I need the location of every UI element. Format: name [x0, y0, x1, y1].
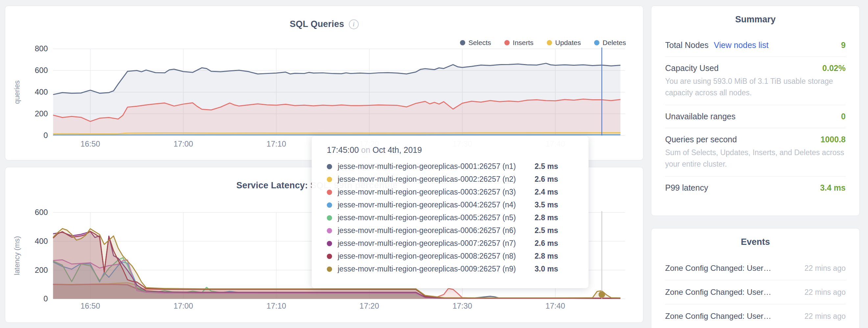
- summary-row-queries-per-second: Queries per second 1000.8 Sum of Selects…: [665, 128, 846, 176]
- tooltip-row-n4: jesse-movr-multi-region-georeplicas-0004…: [327, 198, 574, 211]
- legend-label: Inserts: [513, 39, 534, 47]
- queries-per-second-subtext: Sum of Selects, Updates, Inserts, and De…: [665, 147, 846, 170]
- event-label: Zone Config Changed: User…: [665, 288, 771, 297]
- node-color-dot-icon: [327, 254, 332, 259]
- legend-dot-icon: [504, 40, 509, 45]
- tooltip-row-n8: jesse-movr-multi-region-georeplicas-0008…: [327, 250, 574, 263]
- node-name: jesse-movr-multi-region-georeplicas-0009…: [338, 265, 516, 273]
- tooltip-row-n7: jesse-movr-multi-region-georeplicas-0007…: [327, 237, 574, 250]
- legend-label: Selects: [468, 39, 491, 47]
- capacity-used-subtext: You are using 593.0 MiB of 3.1 TiB usabl…: [665, 75, 846, 98]
- tooltip-node-list: jesse-movr-multi-region-georeplicas-0001…: [327, 160, 574, 275]
- event-time: 22 mins ago: [805, 264, 846, 273]
- event-time: 22 mins ago: [805, 288, 846, 297]
- legend-item-updates[interactable]: Updates: [547, 39, 581, 47]
- sql-queries-chart-title: SQL Queries: [290, 19, 344, 29]
- node-color-dot-icon: [327, 228, 332, 233]
- tooltip-time: 17:45:00: [327, 145, 359, 155]
- event-row[interactable]: Zone Config Changed: User…22 mins ago: [665, 280, 846, 304]
- legend-item-selects[interactable]: Selects: [460, 39, 491, 47]
- tooltip-row-n9: jesse-movr-multi-region-georeplicas-0009…: [327, 263, 574, 275]
- legend-dot-icon: [547, 40, 552, 45]
- node-latency-value: 2.8 ms: [535, 252, 574, 261]
- tooltip-row-n6: jesse-movr-multi-region-georeplicas-0006…: [327, 224, 574, 237]
- summary-heading: Summary: [665, 14, 846, 25]
- node-name: jesse-movr-multi-region-georeplicas-0007…: [338, 239, 516, 248]
- node-latency-value: 2.5 ms: [535, 162, 574, 171]
- y-axis-tick-label: 0: [43, 294, 48, 303]
- y-axis-tick-label: 0: [43, 131, 48, 140]
- node-latency-value: 2.6 ms: [535, 239, 574, 248]
- x-axis-tick-label: 17:00: [174, 139, 193, 148]
- legend-label: Updates: [555, 39, 581, 47]
- tooltip-row-n3: jesse-movr-multi-region-georeplicas-0003…: [327, 186, 574, 198]
- unavailable-ranges-label: Unavailable ranges: [665, 112, 736, 121]
- event-row[interactable]: Zone Config Changed: User…22 mins ago: [665, 304, 846, 328]
- x-axis-tick-label: 17:30: [453, 301, 472, 310]
- node-color-dot-icon: [327, 177, 332, 182]
- y-axis-tick-label: 600: [35, 66, 48, 75]
- info-icon[interactable]: i: [349, 20, 359, 29]
- node-color-dot-icon: [327, 215, 332, 221]
- tooltip-on-text: on: [361, 145, 370, 155]
- chart-hover-tooltip: 17:45:00 on Oct 4th, 2019 jesse-movr-mul…: [312, 136, 589, 288]
- event-row[interactable]: Zone Config Changed: User…22 mins ago: [665, 256, 846, 280]
- node-color-dot-icon: [327, 164, 332, 169]
- event-label: Zone Config Changed: User…: [665, 311, 771, 321]
- events-panel: Events Zone Config Changed: User…22 mins…: [651, 228, 860, 328]
- legend-item-inserts[interactable]: Inserts: [504, 39, 534, 47]
- node-color-dot-icon: [327, 266, 332, 272]
- node-color-dot-icon: [327, 241, 332, 246]
- series-line-deletes: [53, 135, 620, 135]
- unavailable-ranges-value: 0: [841, 112, 846, 121]
- summary-row-unavailable-ranges: Unavailable ranges 0: [665, 105, 846, 128]
- node-name: jesse-movr-multi-region-georeplicas-0006…: [338, 226, 516, 235]
- y-axis-tick-label: 600: [35, 208, 48, 217]
- tooltip-row-n5: jesse-movr-multi-region-georeplicas-0005…: [327, 211, 574, 224]
- node-name: jesse-movr-multi-region-georeplicas-0005…: [338, 213, 516, 222]
- node-name: jesse-movr-multi-region-georeplicas-0002…: [338, 175, 516, 184]
- cluster-dashboard: { "colors":{ "accent_green":"#70A533", "…: [0, 0, 868, 328]
- tooltip-row-n1: jesse-movr-multi-region-georeplicas-0001…: [327, 160, 574, 173]
- y-axis-tick-label: 400: [35, 88, 48, 96]
- tooltip-timestamp: 17:45:00 on Oct 4th, 2019: [327, 145, 574, 155]
- y-axis-tick-label: 800: [35, 44, 48, 53]
- x-axis-tick-label: 17:40: [546, 301, 565, 310]
- node-latency-value: 3.5 ms: [535, 200, 574, 209]
- node-name: jesse-movr-multi-region-georeplicas-0004…: [338, 200, 516, 209]
- node-name: jesse-movr-multi-region-georeplicas-0001…: [338, 162, 516, 171]
- p99-latency-value: 3.4 ms: [820, 183, 846, 193]
- y-axis-title: queries: [13, 80, 21, 104]
- view-nodes-list-link[interactable]: View nodes list: [714, 40, 768, 50]
- summary-panel: Summary Total Nodes View nodes list 9 Ca…: [651, 6, 860, 216]
- summary-row-total-nodes: Total Nodes View nodes list 9: [665, 34, 846, 57]
- x-axis-tick-label: 16:50: [81, 139, 100, 148]
- total-nodes-label: Total Nodes: [665, 40, 709, 50]
- node-latency-value: 2.5 ms: [535, 226, 574, 235]
- x-axis-tick-label: 17:10: [267, 139, 286, 148]
- p99-latency-label: P99 latency: [665, 183, 708, 193]
- event-time: 22 mins ago: [805, 312, 846, 321]
- node-latency-value: 2.4 ms: [535, 188, 574, 197]
- total-nodes-value: 9: [841, 40, 846, 50]
- node-name: jesse-movr-multi-region-georeplicas-0008…: [338, 252, 516, 261]
- events-heading: Events: [665, 237, 846, 247]
- node-color-dot-icon: [327, 202, 332, 208]
- queries-per-second-label: Queries per second: [665, 135, 737, 144]
- legend-dot-icon: [460, 40, 465, 45]
- node-latency-value: 2.8 ms: [535, 213, 574, 222]
- summary-row-p99-latency: P99 latency 3.4 ms: [665, 176, 846, 199]
- y-axis-tick-label: 200: [35, 109, 48, 118]
- node-latency-value: 3.0 ms: [535, 265, 574, 273]
- queries-per-second-value: 1000.8: [820, 135, 846, 144]
- x-axis-tick-label: 17:20: [360, 301, 379, 310]
- events-list: Zone Config Changed: User…22 mins agoZon…: [665, 256, 846, 328]
- capacity-used-value: 0.02%: [822, 63, 846, 73]
- node-name: jesse-movr-multi-region-georeplicas-0003…: [338, 188, 516, 197]
- hover-point-dot: [598, 291, 605, 298]
- summary-row-capacity-used: Capacity Used 0.02% You are using 593.0 …: [665, 57, 846, 105]
- node-color-dot-icon: [327, 190, 332, 195]
- legend-dot-icon: [594, 40, 599, 45]
- legend-label: Deletes: [603, 39, 626, 47]
- legend-item-deletes[interactable]: Deletes: [594, 39, 626, 47]
